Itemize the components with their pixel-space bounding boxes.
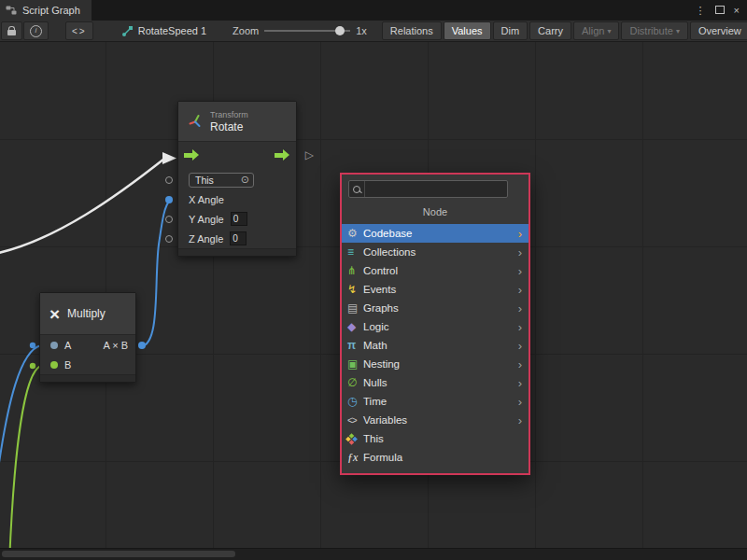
finder-list: ⚙ Codebase › ≡ Collections › ⋔ Control ›…	[342, 224, 529, 473]
angle-brackets-icon: <>	[347, 415, 363, 426]
x-angle-row: X Angle	[178, 189, 296, 209]
flow-output-arrow-icon[interactable]	[275, 153, 283, 158]
zoom-label: Zoom	[233, 25, 259, 36]
a-input-port[interactable]	[50, 342, 58, 349]
tab-label: Script Graph	[22, 5, 80, 16]
y-angle-field[interactable]: 0	[231, 212, 247, 226]
finder-item-logic[interactable]: ◆ Logic ›	[342, 317, 529, 336]
horizontal-scrollbar[interactable]	[0, 548, 747, 560]
finder-item-nulls[interactable]: ∅ Nulls ›	[342, 373, 529, 392]
node-finder-popup: Node ⚙ Codebase › ≡ Collections › ⋔ Cont…	[340, 173, 530, 475]
this-port[interactable]	[165, 176, 173, 184]
zoom-slider[interactable]	[264, 24, 350, 37]
horizontal-scrollbar-thumb[interactable]	[2, 551, 235, 557]
flow-continuation-icon: ▷	[305, 148, 314, 161]
node-search-input[interactable]	[365, 181, 507, 197]
angle-brackets-icon: <>	[72, 26, 87, 36]
window-controls: ⋮ ×	[696, 0, 747, 21]
finder-item-graphs[interactable]: ▤ Graphs ›	[342, 299, 529, 317]
graph-toolbar: i <> RotateSpeed 1 Zoom 1x Relations Val…	[0, 21, 747, 42]
carry-button[interactable]: Carry	[529, 21, 571, 40]
zoom-slider-knob[interactable]	[335, 26, 345, 35]
flow-row: ▷	[178, 142, 296, 170]
b-port-row: B	[40, 355, 135, 374]
y-angle-port[interactable]	[165, 216, 173, 223]
z-angle-field[interactable]: 0	[230, 231, 247, 245]
values-button[interactable]: Values	[444, 21, 491, 40]
branch-icon: ⋔	[347, 264, 363, 277]
chevron-right-icon: ›	[518, 302, 522, 315]
this-object-field[interactable]: This ⊙	[189, 173, 254, 188]
finder-item-time[interactable]: ◷ Time ›	[342, 392, 529, 411]
gear-icon: ⚙	[347, 227, 363, 240]
expand-button[interactable]: <>	[65, 21, 93, 40]
multiply-node-header[interactable]: × Multiply	[40, 293, 135, 335]
folder-icon: ▤	[347, 301, 363, 315]
chevron-right-icon: ›	[518, 396, 522, 408]
finder-item-variables[interactable]: <> Variables ›	[342, 411, 529, 429]
tab-script-graph[interactable]: Script Graph	[0, 0, 92, 21]
finder-search-field[interactable]	[348, 180, 508, 198]
rotate-node[interactable]: Transform Rotate ▷ This ⊙ X Angle Y Angl…	[177, 101, 297, 257]
script-graph-icon	[6, 5, 17, 16]
info-button[interactable]: i	[23, 21, 49, 40]
pi-icon: π	[347, 339, 363, 352]
graph-asset-icon	[121, 25, 134, 37]
finder-item-this[interactable]: This	[342, 429, 529, 448]
graph-breadcrumb[interactable]: RotateSpeed 1	[121, 25, 206, 37]
z-angle-port[interactable]	[165, 235, 173, 243]
product-output-port[interactable]	[138, 342, 146, 349]
finder-item-control[interactable]: ⋔ Control ›	[342, 261, 529, 280]
finder-item-events[interactable]: ↯ Events ›	[342, 280, 529, 299]
rotate-node-header[interactable]: Transform Rotate	[178, 102, 296, 142]
title-bar: Script Graph ⋮ ×	[0, 0, 747, 21]
flow-input-arrow-icon[interactable]	[184, 153, 192, 158]
object-picker-icon[interactable]: ⊙	[241, 174, 249, 186]
z-angle-row: Z Angle 0	[178, 229, 296, 248]
close-icon[interactable]: ×	[734, 6, 740, 16]
z-angle-label: Z Angle	[189, 233, 223, 245]
finder-item-nesting[interactable]: ▣ Nesting ›	[342, 355, 529, 373]
distribute-button[interactable]: Distribute▾	[621, 21, 687, 40]
finder-item-codebase[interactable]: ⚙ Codebase ›	[342, 224, 529, 243]
script-graph-window: Script Graph ⋮ × i <> RotateSpeed 1 Zoom	[0, 0, 747, 560]
toolbar-buttons: Relations Values Dim Carry Align▾ Distri…	[380, 21, 747, 40]
finder-search-row	[342, 175, 529, 202]
multiply-icon: ×	[49, 305, 60, 323]
finder-item-formula[interactable]: ƒx Formula	[342, 448, 529, 467]
align-button[interactable]: Align▾	[573, 21, 619, 40]
overview-button[interactable]: Overview	[690, 21, 747, 40]
chevron-right-icon: ›	[518, 246, 522, 259]
node-title: Rotate	[210, 120, 248, 133]
dim-button[interactable]: Dim	[493, 21, 529, 40]
this-port-row: This ⊙	[178, 170, 296, 189]
x-angle-port[interactable]	[165, 196, 173, 203]
lightning-icon: ↯	[347, 283, 363, 296]
clock-icon: ◷	[347, 395, 363, 408]
search-icon	[353, 186, 360, 193]
multiply-node[interactable]: × Multiply A A × B B	[39, 292, 136, 383]
this-icon	[347, 435, 363, 443]
lock-button[interactable]	[1, 21, 22, 40]
finder-item-collections[interactable]: ≡ Collections ›	[342, 243, 529, 261]
node-footer	[178, 248, 296, 256]
finder-item-math[interactable]: π Math ›	[342, 336, 529, 355]
maximize-icon[interactable]	[715, 6, 725, 16]
relations-button[interactable]: Relations	[382, 21, 442, 40]
x-angle-label: X Angle	[189, 194, 224, 205]
chevron-right-icon: ›	[518, 265, 522, 277]
logic-icon: ◆	[347, 320, 363, 333]
kebab-menu-icon[interactable]: ⋮	[696, 6, 706, 16]
output-port-label: A × B	[103, 340, 128, 351]
b-input-port[interactable]	[50, 361, 58, 369]
node-footer	[40, 374, 135, 382]
y-angle-row: Y Angle 0	[178, 209, 296, 229]
a-port-label: A	[64, 340, 71, 351]
chevron-right-icon: ›	[518, 358, 522, 371]
graph-name: RotateSpeed 1	[138, 25, 206, 36]
zoom-value: 1x	[356, 25, 367, 36]
transform-icon	[188, 114, 203, 129]
finder-header: Node	[342, 202, 529, 224]
dropdown-arrow-icon: ▾	[676, 27, 680, 35]
nesting-icon: ▣	[347, 357, 363, 371]
